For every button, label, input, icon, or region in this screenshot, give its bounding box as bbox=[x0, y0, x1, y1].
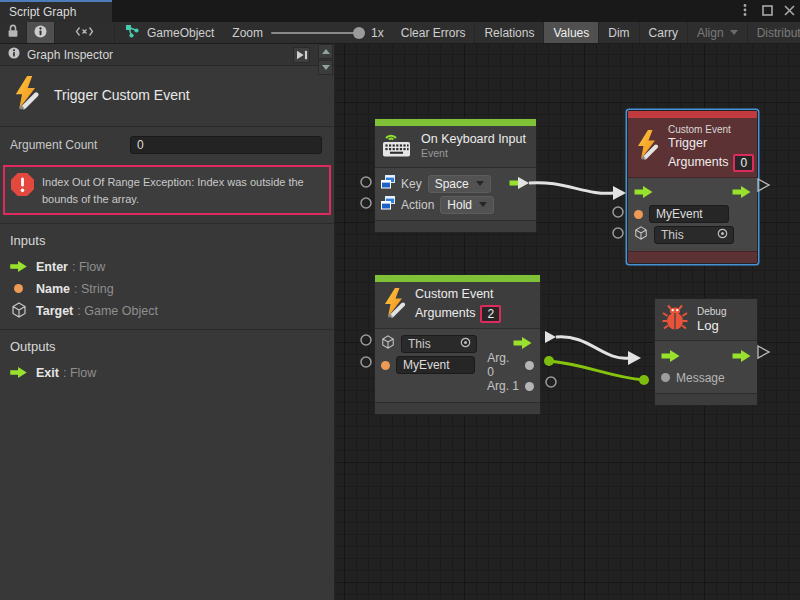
csharp-preview-button[interactable] bbox=[55, 22, 115, 43]
node-title: Custom Event bbox=[415, 287, 501, 303]
carry-button[interactable]: Carry bbox=[640, 22, 688, 43]
zoom-label: Zoom bbox=[232, 26, 263, 40]
clear-errors-button[interactable]: Clear Errors bbox=[392, 22, 476, 43]
info-icon bbox=[34, 25, 47, 41]
port-receiver-name[interactable] bbox=[361, 357, 371, 367]
dock-panel-button[interactable] bbox=[293, 47, 310, 63]
error-octagon-icon bbox=[11, 173, 34, 200]
relations-button[interactable]: Relations bbox=[475, 22, 544, 43]
values-label: Values bbox=[553, 26, 589, 40]
scroll-up-button[interactable] bbox=[318, 44, 333, 59]
target-picker-icon[interactable] bbox=[460, 337, 471, 351]
graph-inspector-header: Graph Inspector bbox=[0, 44, 334, 66]
port-trigger-name[interactable] bbox=[613, 207, 623, 217]
connection-receiver-to-debug[interactable] bbox=[545, 331, 641, 365]
scroll-down-button[interactable] bbox=[318, 60, 333, 75]
collapse-icon bbox=[296, 50, 308, 60]
node-footer bbox=[628, 251, 757, 263]
node-custom-event[interactable]: Custom Event Arguments 2 This bbox=[374, 274, 541, 415]
dim-button[interactable]: Dim bbox=[599, 22, 639, 43]
enum-icon bbox=[381, 175, 395, 193]
node-footer bbox=[375, 402, 540, 414]
chevron-down-icon bbox=[476, 181, 484, 186]
custom-event-icon bbox=[12, 76, 40, 114]
message-input-port[interactable] bbox=[661, 373, 670, 382]
event-name-field[interactable]: MyEvent bbox=[649, 205, 729, 223]
node-title: Trigger bbox=[668, 136, 754, 152]
node-title: Log bbox=[697, 318, 726, 334]
port-type: : Flow bbox=[72, 260, 105, 274]
cube-icon bbox=[10, 302, 27, 318]
custom-event-icon bbox=[382, 288, 406, 322]
gameobject-group[interactable]: GameObject bbox=[115, 22, 224, 43]
inspector-toggle-button[interactable] bbox=[27, 22, 55, 43]
target-picker-icon[interactable] bbox=[717, 228, 728, 242]
argument-count-label: Argument Count bbox=[10, 138, 97, 152]
event-name-field[interactable]: MyEvent bbox=[396, 356, 475, 374]
port-type: : Flow bbox=[63, 366, 96, 380]
flow-output-port[interactable] bbox=[732, 348, 751, 366]
align-dropdown[interactable]: Align bbox=[688, 22, 748, 43]
arguments-value-badge[interactable]: 0 bbox=[733, 154, 754, 172]
flow-output-port[interactable] bbox=[732, 184, 751, 202]
string-port-icon bbox=[10, 284, 27, 293]
port-trigger-target[interactable] bbox=[613, 228, 623, 238]
event-name-row: MyEvent Arg. 0 bbox=[381, 355, 534, 376]
target-select[interactable]: This bbox=[654, 226, 734, 244]
node-trigger-custom-event[interactable]: Custom Event Trigger Arguments 0 bbox=[627, 110, 758, 264]
unit-header: Trigger Custom Event bbox=[0, 66, 334, 127]
flow-input-port[interactable] bbox=[634, 184, 653, 202]
target-row: This bbox=[634, 225, 751, 246]
zoom-slider[interactable] bbox=[271, 32, 363, 34]
zoom-slider-thumb[interactable] bbox=[353, 27, 365, 39]
zoom-group: Zoom 1x bbox=[224, 22, 391, 43]
port-action[interactable] bbox=[361, 198, 371, 208]
key-label: Key bbox=[401, 177, 422, 191]
maximize-icon[interactable] bbox=[760, 3, 774, 17]
close-icon[interactable] bbox=[782, 3, 796, 17]
distribute-dropdown[interactable]: Distribute bbox=[748, 22, 800, 43]
node-category: Debug bbox=[697, 305, 726, 318]
toolbar: GameObject Zoom 1x Clear Errors Relation… bbox=[0, 22, 800, 44]
port-receiver-target[interactable] bbox=[361, 335, 371, 345]
menu-dots-icon[interactable] bbox=[738, 3, 752, 17]
node-body: MyEvent This bbox=[628, 178, 757, 251]
key-value: Space bbox=[435, 177, 469, 191]
event-name-row: MyEvent bbox=[634, 204, 751, 225]
keyboard-icon bbox=[382, 131, 412, 162]
target-select[interactable]: This bbox=[401, 335, 477, 353]
input-row-target: Target: Game Object bbox=[0, 299, 334, 321]
argument-count-input[interactable]: 0 bbox=[130, 136, 322, 154]
target-value: This bbox=[408, 337, 431, 351]
action-dropdown[interactable]: Hold bbox=[440, 196, 494, 214]
flow-arrow-icon bbox=[10, 261, 27, 272]
node-header: On Keyboard Input Event bbox=[375, 126, 536, 168]
tab-script-graph[interactable]: Script Graph bbox=[0, 0, 112, 22]
arg1-row: Arg. 1 bbox=[381, 376, 534, 397]
gameobject-label: GameObject bbox=[147, 26, 214, 40]
connection-arg0-to-message[interactable] bbox=[544, 356, 649, 385]
flow-input-port[interactable] bbox=[661, 348, 680, 366]
align-label: Align bbox=[697, 26, 724, 40]
arguments-value-badge[interactable]: 2 bbox=[480, 305, 501, 323]
port-arg1-out[interactable] bbox=[546, 377, 556, 387]
zoom-value: 1x bbox=[371, 26, 384, 40]
flow-row bbox=[634, 183, 751, 204]
enum-icon bbox=[381, 196, 395, 214]
input-row-enter: Enter: Flow bbox=[0, 255, 334, 277]
flow-output-port[interactable] bbox=[509, 175, 528, 193]
lock-button[interactable] bbox=[0, 22, 27, 43]
action-value: Hold bbox=[447, 198, 472, 212]
arg1-output-port[interactable] bbox=[525, 382, 534, 391]
graph-canvas[interactable]: On Keyboard Input Event Key Space bbox=[335, 44, 800, 600]
arg0-output-port[interactable] bbox=[525, 361, 534, 370]
node-body: Message bbox=[655, 341, 757, 393]
values-button[interactable]: Values bbox=[544, 22, 599, 43]
info-icon bbox=[8, 47, 20, 62]
node-debug-log[interactable]: Debug Log Message bbox=[654, 298, 758, 406]
chevron-down-icon bbox=[730, 30, 738, 35]
graph-inspector-title: Graph Inspector bbox=[27, 48, 113, 62]
node-on-keyboard-input[interactable]: On Keyboard Input Event Key Space bbox=[374, 118, 537, 233]
key-dropdown[interactable]: Space bbox=[428, 175, 491, 193]
port-key[interactable] bbox=[361, 177, 371, 187]
